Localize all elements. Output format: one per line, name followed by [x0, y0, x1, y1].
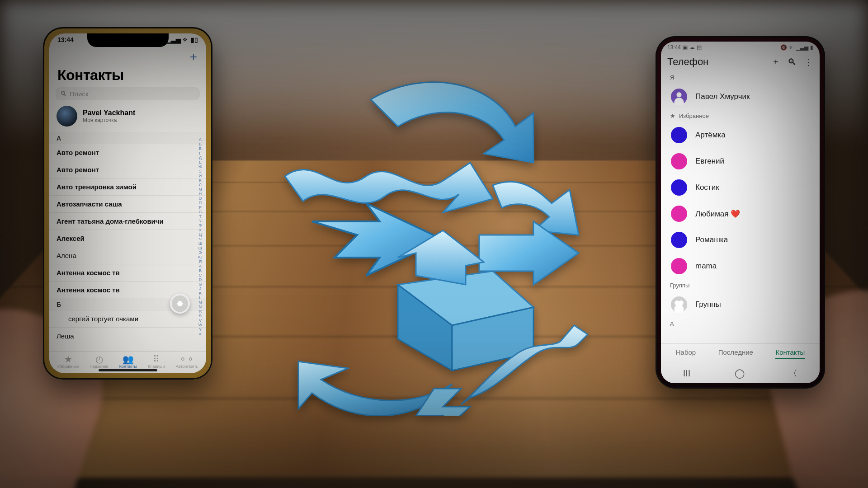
index-letter[interactable]: A: [197, 264, 203, 268]
tab-icon: ★: [57, 354, 79, 364]
favorite-contact[interactable]: Любимая ❤️: [661, 201, 820, 227]
favorite-contact[interactable]: Артёмка: [661, 122, 820, 148]
back-nav[interactable]: 〈: [788, 367, 797, 380]
contact-row[interactable]: Антенна космос тв: [49, 264, 206, 281]
index-letter[interactable]: Ц: [197, 232, 203, 237]
index-letter[interactable]: Э: [197, 250, 203, 255]
alphabet-index[interactable]: АБВГДЕЖЗИКЛМНОПРСТУФХЦЧШЩЭЮЯABCDGJKLMNRS…: [197, 137, 203, 328]
contact-row[interactable]: Авто тренировка зимой: [49, 178, 206, 195]
bottom-tab-Последние[interactable]: Последние: [718, 348, 753, 359]
index-letter[interactable]: Л: [197, 183, 203, 187]
add-contact-button[interactable]: +: [190, 50, 197, 64]
index-letter[interactable]: Ю: [197, 255, 203, 259]
more-button[interactable]: ⋮: [803, 56, 813, 67]
tab-Контакты[interactable]: 👥Контакты: [119, 354, 137, 369]
index-letter[interactable]: J: [197, 286, 203, 291]
bottom-tab-Контакты[interactable]: Контакты: [775, 348, 805, 359]
index-letter[interactable]: Г: [197, 151, 203, 155]
home-nav[interactable]: ◯: [735, 368, 745, 379]
wifi-icon: ᯤ: [789, 44, 794, 51]
index-letter[interactable]: W: [197, 323, 203, 327]
index-letter[interactable]: И: [197, 174, 203, 178]
index-letter[interactable]: N: [197, 305, 203, 309]
index-letter[interactable]: Я: [197, 259, 203, 264]
index-letter[interactable]: Х: [197, 228, 203, 232]
index-letter[interactable]: C: [197, 273, 203, 277]
iphone-notch: [87, 33, 169, 47]
index-letter[interactable]: Щ: [197, 246, 203, 250]
search-button[interactable]: 🔍︎: [787, 57, 797, 67]
contact-row[interactable]: Алексей: [49, 230, 206, 247]
index-letter[interactable]: Д: [197, 155, 203, 160]
index-letter[interactable]: Ф: [197, 223, 203, 228]
index-letter[interactable]: О: [197, 196, 203, 201]
index-letter[interactable]: У: [197, 219, 203, 223]
iphone-page-title: Контакты: [49, 43, 206, 87]
index-letter[interactable]: V: [197, 318, 203, 323]
section-header: А: [49, 132, 206, 144]
index-letter[interactable]: Т: [197, 214, 203, 219]
index-letter[interactable]: Е: [197, 160, 203, 164]
favorite-contact[interactable]: Ромашка: [661, 227, 820, 253]
index-letter[interactable]: С: [197, 210, 203, 214]
tab-Клавиши[interactable]: ⠿Клавиши: [148, 354, 165, 369]
contact-row[interactable]: Авто ремонт: [49, 144, 206, 161]
mute-icon: 🔇: [780, 44, 787, 51]
cloud-icon: ☁: [689, 44, 695, 51]
index-letter[interactable]: Ш: [197, 241, 203, 246]
contact-row[interactable]: Агент татьяна дома-глебковичи: [49, 212, 206, 230]
index-letter[interactable]: G: [197, 282, 203, 286]
contact-row[interactable]: Автозапчасти саша: [49, 195, 206, 212]
recents-nav[interactable]: III: [683, 368, 691, 379]
index-letter[interactable]: M: [197, 300, 203, 305]
iphone-search-field[interactable]: 🔍︎ Поиск: [56, 87, 200, 100]
iphone-home-indicator[interactable]: [99, 369, 157, 371]
iphone-search-placeholder: Поиск: [70, 90, 89, 98]
tab-Недавние[interactable]: ◴Недавние: [90, 354, 108, 369]
tab-icon: 👥: [119, 354, 137, 364]
index-letter[interactable]: Б: [197, 142, 203, 146]
index-letter[interactable]: R: [197, 309, 203, 314]
my-card-name: Pavel Yackhant: [83, 109, 135, 117]
iphone-my-card[interactable]: Pavel Yackhant Моя карточка: [49, 100, 206, 132]
index-letter[interactable]: K: [197, 291, 203, 296]
tab-label: Автоответч.: [176, 364, 198, 369]
index-letter[interactable]: #: [197, 332, 203, 336]
contact-name: Костик: [695, 183, 719, 192]
index-letter[interactable]: Р: [197, 205, 203, 210]
index-letter[interactable]: К: [197, 178, 203, 183]
bottom-tab-Набор[interactable]: Набор: [676, 348, 696, 359]
index-letter[interactable]: П: [197, 201, 203, 205]
android-favorites-list: АртёмкаЕвгенийКостикЛюбимая ❤️Ромашкаmam…: [661, 122, 820, 279]
contact-row[interactable]: Авто ремонт: [49, 161, 206, 178]
iphone-status-right: ▁▃▅ ᯤ ▮▯: [166, 36, 198, 43]
index-letter[interactable]: L: [197, 296, 203, 300]
index-letter[interactable]: З: [197, 169, 203, 174]
android-status-time: 13:44: [667, 44, 681, 51]
index-letter[interactable]: Ж: [197, 164, 203, 169]
index-letter[interactable]: Н: [197, 192, 203, 196]
tab-Избранные[interactable]: ★Избранные: [57, 354, 79, 369]
contact-row[interactable]: Леша: [49, 327, 206, 344]
android-my-profile[interactable]: Павел Хмурчик: [661, 84, 820, 110]
index-letter[interactable]: А: [197, 137, 203, 142]
groups-row[interactable]: Группы: [661, 291, 820, 318]
assistive-touch-button[interactable]: [170, 294, 190, 314]
favorite-contact[interactable]: mama: [661, 253, 820, 279]
favorite-contact[interactable]: Евгений: [661, 148, 820, 174]
add-button[interactable]: +: [771, 57, 781, 67]
battery-icon: ▮▯: [191, 36, 198, 43]
index-letter[interactable]: М: [197, 187, 203, 192]
person-icon: [671, 89, 687, 105]
index-letter[interactable]: Y: [197, 327, 203, 332]
index-letter[interactable]: Ч: [197, 237, 203, 241]
iphone-device: 13:44 ▁▃▅ ᯤ ▮▯ + Контакты 🔍︎ Поиск Pavel…: [43, 27, 212, 380]
index-letter[interactable]: S: [197, 314, 203, 318]
tab-Автоответч.[interactable]: ⚬⚬Автоответч.: [176, 354, 198, 369]
favorite-contact[interactable]: Костик: [661, 174, 820, 201]
my-profile-name: Павел Хмурчик: [695, 92, 750, 101]
contact-row[interactable]: Алена: [49, 247, 206, 264]
index-letter[interactable]: B: [197, 268, 203, 273]
index-letter[interactable]: В: [197, 146, 203, 151]
index-letter[interactable]: D: [197, 277, 203, 282]
